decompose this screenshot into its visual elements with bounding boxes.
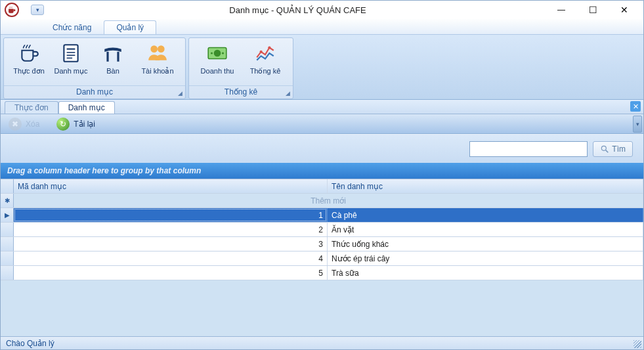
ribbon-btn-doanhthu[interactable]: Doanh thu bbox=[193, 39, 242, 85]
dialog-launcher-icon[interactable]: ◢ bbox=[286, 90, 290, 97]
status-text: Chào Quản lý bbox=[6, 339, 54, 348]
table-row[interactable]: ▶1Cà phê bbox=[1, 208, 643, 223]
money-icon bbox=[206, 42, 228, 64]
svg-point-8 bbox=[158, 45, 165, 53]
cup-icon bbox=[18, 42, 40, 64]
status-bar: Chào Quản lý bbox=[1, 336, 643, 349]
delete-button: ✖ Xóa bbox=[5, 116, 43, 132]
ribbon-tab-strip: Chức năng Quản lý bbox=[1, 19, 643, 35]
svg-point-12 bbox=[222, 52, 224, 54]
document-icon bbox=[60, 42, 82, 64]
table-row[interactable]: 5Trà sữa bbox=[1, 266, 643, 280]
ribbon-btn-danhmuc[interactable]: Danh mục bbox=[50, 39, 92, 85]
cell-id[interactable]: 4 bbox=[14, 252, 328, 265]
cell-name[interactable]: Ăn vặt bbox=[328, 223, 643, 236]
svg-point-15 bbox=[602, 146, 607, 150]
close-tab-button[interactable]: ✕ bbox=[630, 101, 641, 112]
ribbon-btn-taikhoan[interactable]: Tài khoản bbox=[134, 39, 181, 85]
cell-id[interactable]: 2 bbox=[14, 223, 328, 236]
search-button[interactable]: Tìm bbox=[593, 141, 633, 157]
search-btn-label: Tìm bbox=[612, 144, 626, 154]
ribbon-group-label: Thống kê bbox=[225, 87, 257, 97]
resize-grip[interactable] bbox=[633, 340, 641, 348]
table-row[interactable]: 3Thức uống khác bbox=[1, 237, 643, 252]
search-input[interactable] bbox=[469, 141, 588, 157]
ribbon-tab-quanly[interactable]: Quản lý bbox=[104, 20, 156, 34]
ribbon-tab-chucnang[interactable]: Chức năng bbox=[40, 20, 104, 34]
row-indicator bbox=[1, 223, 14, 236]
ribbon-group-danhmuc: Thực đơn Danh mục Bàn Tài khoản Danh mục… bbox=[3, 37, 186, 99]
toolbar-btn-label: Xóa bbox=[26, 120, 39, 129]
search-icon bbox=[600, 144, 609, 154]
window-title: Danh mục - QUẢN LÝ QUÁN CAFE bbox=[44, 5, 551, 15]
maximize-button[interactable]: ☐ bbox=[583, 3, 603, 16]
svg-rect-6 bbox=[117, 52, 119, 62]
ribbon-btn-label: Thực đơn bbox=[13, 67, 45, 76]
users-icon bbox=[146, 42, 169, 64]
minimize-button[interactable]: — bbox=[551, 3, 571, 16]
tab-danhmuc[interactable]: Danh mục bbox=[58, 101, 115, 114]
data-grid: Mã danh mục Tên danh mục ✱ Thêm mới ▶1Cà… bbox=[1, 179, 643, 280]
chart-icon bbox=[254, 42, 276, 64]
svg-point-14 bbox=[268, 46, 270, 49]
table-row[interactable]: 2Ăn vặt bbox=[1, 223, 643, 237]
svg-rect-5 bbox=[106, 52, 108, 62]
cell-id[interactable]: 3 bbox=[14, 237, 328, 251]
svg-point-13 bbox=[260, 51, 263, 53]
reload-icon: ↻ bbox=[56, 118, 70, 131]
ribbon-btn-label: Bàn bbox=[106, 67, 119, 75]
qat-dropdown[interactable]: ▾ bbox=[31, 5, 44, 15]
content-tab-strip: Thực đơn Danh mục ✕ bbox=[1, 100, 643, 114]
cell-id[interactable]: 5 bbox=[14, 266, 328, 280]
ribbon-btn-label: Doanh thu bbox=[201, 67, 234, 75]
svg-line-16 bbox=[606, 150, 609, 152]
new-row-placeholder: Thêm mới bbox=[14, 194, 643, 208]
svg-point-11 bbox=[211, 52, 213, 54]
group-by-panel[interactable]: Drag a column header here to group by th… bbox=[1, 163, 643, 179]
ribbon-btn-thongke[interactable]: Thống kê bbox=[242, 39, 289, 85]
dialog-launcher-icon[interactable]: ◢ bbox=[178, 90, 182, 97]
row-indicator bbox=[1, 237, 14, 251]
row-indicator-header bbox=[1, 179, 14, 193]
app-icon bbox=[5, 3, 19, 17]
col-header-id[interactable]: Mã danh mục bbox=[14, 179, 328, 193]
cell-name[interactable]: Cà phê bbox=[328, 208, 643, 222]
toolbar-overflow[interactable]: ▾ bbox=[633, 116, 642, 133]
col-header-name[interactable]: Tên danh mục bbox=[328, 179, 643, 193]
close-button[interactable]: ✕ bbox=[614, 3, 634, 16]
ribbon-group-label: Danh mục bbox=[76, 87, 113, 97]
reload-button[interactable]: ↻ Tải lại bbox=[53, 116, 99, 132]
ribbon: Thực đơn Danh mục Bàn Tài khoản Danh mục… bbox=[1, 35, 643, 100]
cell-name[interactable]: Trà sữa bbox=[328, 266, 643, 280]
toolbar: ✖ Xóa ↻ Tải lại ▾ bbox=[1, 114, 643, 134]
ribbon-btn-thucdon[interactable]: Thực đơn bbox=[8, 39, 50, 85]
ribbon-btn-label: Thống kê bbox=[250, 67, 281, 76]
ribbon-group-thongke: Doanh thu Thống kê Thống kê◢ bbox=[188, 37, 293, 99]
table-row[interactable]: 4Nước ép trái cây bbox=[1, 252, 643, 266]
cell-name[interactable]: Thức uống khác bbox=[328, 237, 643, 251]
search-row: Tìm bbox=[1, 134, 643, 163]
ribbon-btn-label: Danh mục bbox=[54, 67, 87, 76]
titlebar: ▾ Danh mục - QUẢN LÝ QUÁN CAFE — ☐ ✕ bbox=[1, 1, 643, 19]
row-indicator-new: ✱ bbox=[1, 194, 14, 208]
delete-icon: ✖ bbox=[9, 118, 22, 131]
row-indicator bbox=[1, 252, 14, 265]
new-row[interactable]: ✱ Thêm mới bbox=[1, 194, 643, 208]
row-indicator bbox=[1, 266, 14, 280]
row-indicator: ▶ bbox=[1, 208, 14, 222]
tab-thucdon[interactable]: Thực đơn bbox=[5, 101, 58, 114]
svg-point-10 bbox=[214, 50, 221, 57]
cell-name[interactable]: Nước ép trái cây bbox=[328, 252, 643, 265]
svg-point-7 bbox=[150, 45, 158, 53]
cell-id[interactable]: 1 bbox=[14, 208, 328, 222]
toolbar-btn-label: Tải lại bbox=[74, 120, 95, 129]
svg-rect-0 bbox=[64, 45, 77, 62]
table-icon bbox=[102, 42, 124, 64]
ribbon-btn-ban[interactable]: Bàn bbox=[92, 39, 134, 85]
grid-header: Mã danh mục Tên danh mục bbox=[1, 179, 643, 194]
ribbon-btn-label: Tài khoản bbox=[141, 67, 173, 76]
